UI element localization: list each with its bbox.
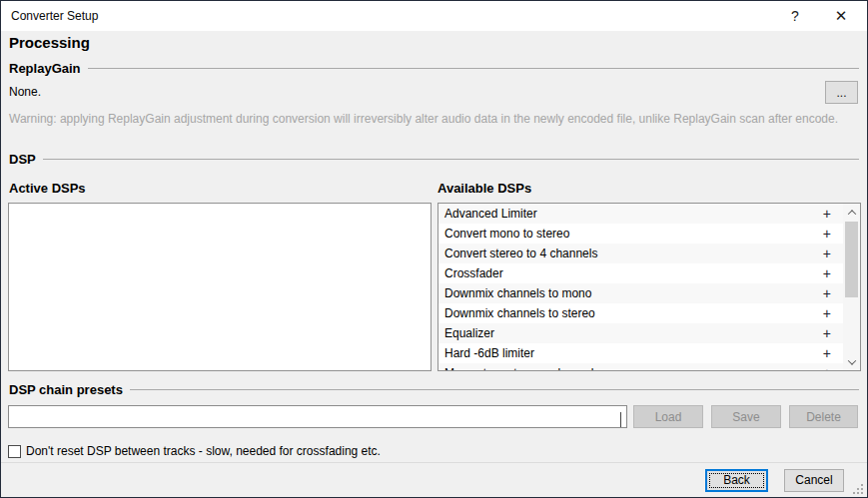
load-button[interactable]: Load (633, 405, 703, 428)
list-scrollbar[interactable] (843, 204, 860, 370)
active-dsps-list[interactable] (8, 203, 432, 371)
available-dsps-label: Available DSPs (437, 181, 531, 196)
add-dsp-icon[interactable]: + (823, 303, 831, 323)
available-dsps-list: Advanced Limiter + Convert mono to stere… (437, 203, 861, 371)
list-item[interactable]: Hard -6dB limiter + (438, 343, 860, 363)
resize-grip[interactable] (853, 484, 863, 494)
preset-combo-input[interactable] (12, 408, 591, 425)
add-dsp-icon[interactable]: + (823, 323, 831, 343)
add-dsp-icon[interactable]: + (823, 263, 831, 283)
dsp-group-header: DSP (9, 152, 859, 167)
help-button[interactable]: ? (778, 1, 812, 31)
dont-reset-dsp-label: Don't reset DSP between tracks - slow, n… (26, 444, 381, 458)
list-item[interactable]: Downmix channels to mono + (438, 283, 860, 303)
presets-group-header: DSP chain presets (9, 382, 859, 397)
dsp-item-label: Convert mono to stereo (444, 224, 569, 244)
group-divider (43, 159, 859, 160)
replaygain-mode-value: None. (9, 85, 41, 99)
active-dsps-label: Active DSPs (9, 181, 86, 196)
dsp-item-label: Move stereo to rear channels (444, 363, 599, 371)
group-divider (130, 389, 859, 390)
replaygain-heading: ReplayGain (9, 61, 81, 76)
dont-reset-dsp-option[interactable]: Don't reset DSP between tracks - slow, n… (8, 444, 381, 458)
replaygain-browse-button[interactable]: ... (825, 81, 858, 104)
dsp-item-label: Downmix channels to stereo (444, 303, 595, 323)
add-dsp-icon[interactable]: + (823, 244, 831, 263)
list-item[interactable]: Downmix channels to stereo + (438, 303, 860, 323)
dont-reset-dsp-checkbox[interactable] (8, 445, 21, 458)
list-item[interactable]: Convert mono to stereo + (438, 224, 860, 244)
dsp-item-label: Advanced Limiter (444, 204, 537, 224)
list-item[interactable]: Move stereo to rear channels + (438, 363, 860, 371)
add-dsp-icon[interactable]: + (823, 283, 831, 303)
dsp-item-label: Crossfader (444, 263, 503, 283)
dsp-item-label: Downmix channels to mono (444, 283, 591, 303)
scroll-up-icon[interactable] (843, 204, 860, 221)
chevron-down-icon[interactable] (620, 413, 621, 427)
preset-combobox[interactable] (8, 405, 627, 428)
close-icon[interactable]: ✕ (824, 1, 858, 31)
window-title: Converter Setup (11, 9, 98, 23)
dsp-item-label: Equalizer (444, 323, 494, 343)
add-dsp-icon[interactable]: + (823, 363, 831, 371)
cancel-button[interactable]: Cancel (784, 469, 844, 492)
dsp-item-label: Convert stereo to 4 channels (444, 244, 597, 263)
replaygain-warning-text: Warning: applying ReplayGain adjustment … (9, 112, 838, 126)
delete-button[interactable]: Delete (789, 405, 858, 428)
group-divider (88, 68, 859, 69)
dsp-heading: DSP (9, 152, 36, 167)
presets-heading: DSP chain presets (9, 382, 123, 397)
footer-divider (1, 462, 867, 463)
scroll-down-icon[interactable] (843, 353, 860, 370)
add-dsp-icon[interactable]: + (823, 343, 831, 363)
list-item[interactable]: Convert stereo to 4 channels + (438, 244, 860, 263)
back-button[interactable]: Back (705, 469, 768, 492)
save-button[interactable]: Save (711, 405, 781, 428)
page-title: Processing (9, 34, 90, 51)
list-item[interactable]: Advanced Limiter + (438, 204, 860, 224)
add-dsp-icon[interactable]: + (823, 204, 831, 224)
add-dsp-icon[interactable]: + (823, 224, 831, 244)
converter-setup-dialog: Converter Setup ? ✕ Processing ReplayGai… (0, 0, 868, 498)
list-item[interactable]: Crossfader + (438, 263, 860, 283)
replaygain-group-header: ReplayGain (9, 61, 859, 76)
title-bar[interactable]: Converter Setup ? ✕ (1, 1, 867, 31)
scrollbar-thumb[interactable] (845, 222, 858, 297)
list-item[interactable]: Equalizer + (438, 323, 860, 343)
dsp-item-label: Hard -6dB limiter (444, 343, 534, 363)
